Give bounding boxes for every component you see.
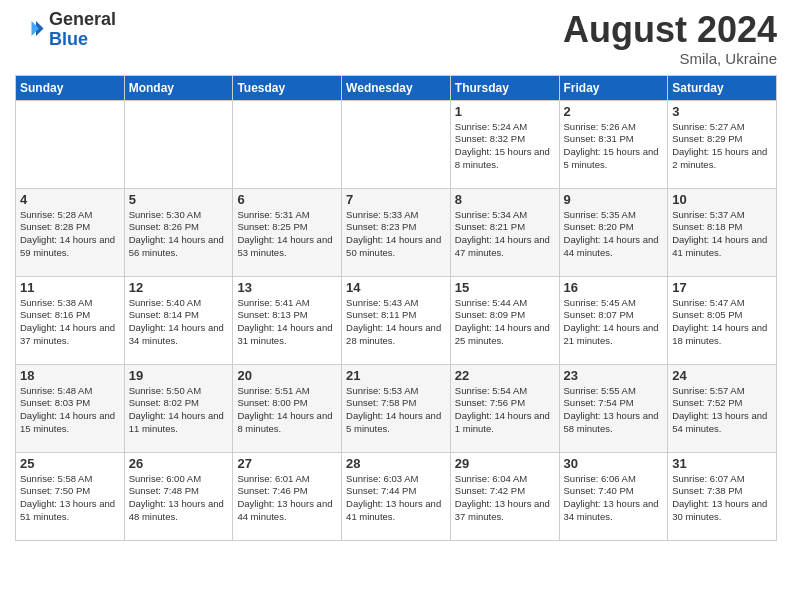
day-info: Sunrise: 5:54 AM Sunset: 7:56 PM Dayligh… (455, 385, 555, 436)
day-number: 10 (672, 192, 772, 207)
day-number: 11 (20, 280, 120, 295)
location: Smila, Ukraine (563, 50, 777, 67)
calendar: SundayMondayTuesdayWednesdayThursdayFrid… (15, 75, 777, 541)
calendar-week-row: 25Sunrise: 5:58 AM Sunset: 7:50 PM Dayli… (16, 452, 777, 540)
day-info: Sunrise: 6:00 AM Sunset: 7:48 PM Dayligh… (129, 473, 229, 524)
day-number: 19 (129, 368, 229, 383)
day-number: 27 (237, 456, 337, 471)
calendar-cell: 21Sunrise: 5:53 AM Sunset: 7:58 PM Dayli… (342, 364, 451, 452)
day-info: Sunrise: 5:33 AM Sunset: 8:23 PM Dayligh… (346, 209, 446, 260)
calendar-cell: 23Sunrise: 5:55 AM Sunset: 7:54 PM Dayli… (559, 364, 668, 452)
calendar-cell: 2Sunrise: 5:26 AM Sunset: 8:31 PM Daylig… (559, 100, 668, 188)
day-info: Sunrise: 5:34 AM Sunset: 8:21 PM Dayligh… (455, 209, 555, 260)
calendar-cell: 9Sunrise: 5:35 AM Sunset: 8:20 PM Daylig… (559, 188, 668, 276)
calendar-cell: 5Sunrise: 5:30 AM Sunset: 8:26 PM Daylig… (124, 188, 233, 276)
day-info: Sunrise: 5:30 AM Sunset: 8:26 PM Dayligh… (129, 209, 229, 260)
day-number: 2 (564, 104, 664, 119)
day-number: 4 (20, 192, 120, 207)
calendar-cell: 11Sunrise: 5:38 AM Sunset: 8:16 PM Dayli… (16, 276, 125, 364)
day-number: 31 (672, 456, 772, 471)
calendar-week-row: 1Sunrise: 5:24 AM Sunset: 8:32 PM Daylig… (16, 100, 777, 188)
day-number: 13 (237, 280, 337, 295)
day-number: 29 (455, 456, 555, 471)
day-info: Sunrise: 5:27 AM Sunset: 8:29 PM Dayligh… (672, 121, 772, 172)
calendar-week-row: 11Sunrise: 5:38 AM Sunset: 8:16 PM Dayli… (16, 276, 777, 364)
day-info: Sunrise: 5:43 AM Sunset: 8:11 PM Dayligh… (346, 297, 446, 348)
calendar-cell: 3Sunrise: 5:27 AM Sunset: 8:29 PM Daylig… (668, 100, 777, 188)
day-info: Sunrise: 6:01 AM Sunset: 7:46 PM Dayligh… (237, 473, 337, 524)
logo: General Blue (15, 10, 116, 50)
day-info: Sunrise: 5:50 AM Sunset: 8:02 PM Dayligh… (129, 385, 229, 436)
calendar-cell: 24Sunrise: 5:57 AM Sunset: 7:52 PM Dayli… (668, 364, 777, 452)
day-number: 26 (129, 456, 229, 471)
calendar-week-row: 4Sunrise: 5:28 AM Sunset: 8:28 PM Daylig… (16, 188, 777, 276)
month-year: August 2024 (563, 10, 777, 50)
calendar-cell: 26Sunrise: 6:00 AM Sunset: 7:48 PM Dayli… (124, 452, 233, 540)
day-number: 20 (237, 368, 337, 383)
calendar-day-header: Friday (559, 75, 668, 100)
calendar-cell: 19Sunrise: 5:50 AM Sunset: 8:02 PM Dayli… (124, 364, 233, 452)
calendar-day-header: Monday (124, 75, 233, 100)
calendar-cell: 15Sunrise: 5:44 AM Sunset: 8:09 PM Dayli… (450, 276, 559, 364)
day-info: Sunrise: 5:48 AM Sunset: 8:03 PM Dayligh… (20, 385, 120, 436)
calendar-cell (16, 100, 125, 188)
calendar-week-row: 18Sunrise: 5:48 AM Sunset: 8:03 PM Dayli… (16, 364, 777, 452)
calendar-cell: 10Sunrise: 5:37 AM Sunset: 8:18 PM Dayli… (668, 188, 777, 276)
calendar-cell: 1Sunrise: 5:24 AM Sunset: 8:32 PM Daylig… (450, 100, 559, 188)
calendar-day-header: Sunday (16, 75, 125, 100)
day-info: Sunrise: 5:24 AM Sunset: 8:32 PM Dayligh… (455, 121, 555, 172)
day-number: 23 (564, 368, 664, 383)
logo-blue-text: Blue (49, 30, 116, 50)
calendar-cell (233, 100, 342, 188)
day-number: 8 (455, 192, 555, 207)
day-number: 28 (346, 456, 446, 471)
day-number: 30 (564, 456, 664, 471)
day-number: 1 (455, 104, 555, 119)
day-info: Sunrise: 5:37 AM Sunset: 8:18 PM Dayligh… (672, 209, 772, 260)
calendar-cell: 13Sunrise: 5:41 AM Sunset: 8:13 PM Dayli… (233, 276, 342, 364)
day-number: 7 (346, 192, 446, 207)
day-info: Sunrise: 5:41 AM Sunset: 8:13 PM Dayligh… (237, 297, 337, 348)
day-number: 5 (129, 192, 229, 207)
calendar-cell: 8Sunrise: 5:34 AM Sunset: 8:21 PM Daylig… (450, 188, 559, 276)
calendar-cell: 12Sunrise: 5:40 AM Sunset: 8:14 PM Dayli… (124, 276, 233, 364)
calendar-cell: 27Sunrise: 6:01 AM Sunset: 7:46 PM Dayli… (233, 452, 342, 540)
calendar-cell: 22Sunrise: 5:54 AM Sunset: 7:56 PM Dayli… (450, 364, 559, 452)
calendar-cell (124, 100, 233, 188)
day-info: Sunrise: 5:45 AM Sunset: 8:07 PM Dayligh… (564, 297, 664, 348)
day-info: Sunrise: 5:53 AM Sunset: 7:58 PM Dayligh… (346, 385, 446, 436)
calendar-cell: 28Sunrise: 6:03 AM Sunset: 7:44 PM Dayli… (342, 452, 451, 540)
logo-general-text: General (49, 10, 116, 30)
day-number: 6 (237, 192, 337, 207)
page: General Blue August 2024 Smila, Ukraine … (0, 0, 792, 612)
day-info: Sunrise: 5:44 AM Sunset: 8:09 PM Dayligh… (455, 297, 555, 348)
day-info: Sunrise: 5:51 AM Sunset: 8:00 PM Dayligh… (237, 385, 337, 436)
day-number: 25 (20, 456, 120, 471)
calendar-header-row: SundayMondayTuesdayWednesdayThursdayFrid… (16, 75, 777, 100)
day-number: 21 (346, 368, 446, 383)
calendar-cell: 16Sunrise: 5:45 AM Sunset: 8:07 PM Dayli… (559, 276, 668, 364)
calendar-cell: 29Sunrise: 6:04 AM Sunset: 7:42 PM Dayli… (450, 452, 559, 540)
calendar-cell: 18Sunrise: 5:48 AM Sunset: 8:03 PM Dayli… (16, 364, 125, 452)
day-number: 16 (564, 280, 664, 295)
day-info: Sunrise: 6:03 AM Sunset: 7:44 PM Dayligh… (346, 473, 446, 524)
day-info: Sunrise: 5:57 AM Sunset: 7:52 PM Dayligh… (672, 385, 772, 436)
day-number: 17 (672, 280, 772, 295)
day-info: Sunrise: 5:47 AM Sunset: 8:05 PM Dayligh… (672, 297, 772, 348)
day-number: 24 (672, 368, 772, 383)
day-info: Sunrise: 6:04 AM Sunset: 7:42 PM Dayligh… (455, 473, 555, 524)
day-info: Sunrise: 5:35 AM Sunset: 8:20 PM Dayligh… (564, 209, 664, 260)
day-number: 9 (564, 192, 664, 207)
calendar-cell: 7Sunrise: 5:33 AM Sunset: 8:23 PM Daylig… (342, 188, 451, 276)
day-number: 22 (455, 368, 555, 383)
title-block: August 2024 Smila, Ukraine (563, 10, 777, 67)
day-info: Sunrise: 5:58 AM Sunset: 7:50 PM Dayligh… (20, 473, 120, 524)
day-info: Sunrise: 5:40 AM Sunset: 8:14 PM Dayligh… (129, 297, 229, 348)
calendar-cell: 17Sunrise: 5:47 AM Sunset: 8:05 PM Dayli… (668, 276, 777, 364)
day-info: Sunrise: 5:31 AM Sunset: 8:25 PM Dayligh… (237, 209, 337, 260)
calendar-cell (342, 100, 451, 188)
calendar-cell: 14Sunrise: 5:43 AM Sunset: 8:11 PM Dayli… (342, 276, 451, 364)
calendar-day-header: Thursday (450, 75, 559, 100)
calendar-day-header: Wednesday (342, 75, 451, 100)
day-number: 14 (346, 280, 446, 295)
